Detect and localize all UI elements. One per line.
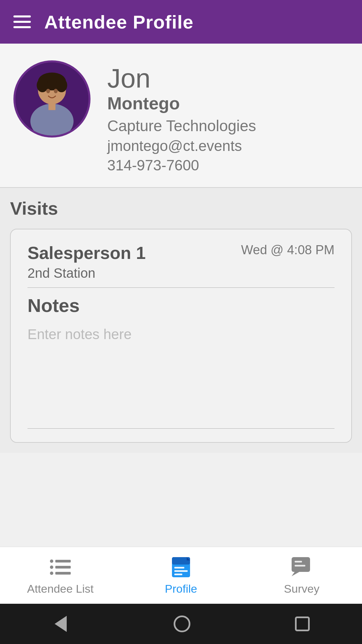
visits-section: Visits Salesperson 1 Wed @ 4:08 PM 2nd S…	[0, 188, 362, 453]
attendee-list-icon	[49, 555, 72, 579]
svg-point-6	[54, 89, 58, 93]
visit-card: Salesperson 1 Wed @ 4:08 PM 2nd Station …	[10, 229, 352, 443]
visit-divider	[27, 287, 335, 288]
visit-station: 2nd Station	[27, 266, 335, 281]
nav-item-profile[interactable]: Profile	[121, 555, 241, 595]
notes-input[interactable]	[27, 326, 335, 420]
avatar	[13, 60, 90, 138]
android-nav-bar	[0, 604, 362, 644]
profile-first-name: Jon	[107, 64, 349, 93]
svg-rect-13	[174, 574, 182, 575]
notes-title: Notes	[27, 294, 335, 316]
android-back-button[interactable]	[52, 615, 69, 632]
svg-rect-18	[295, 565, 305, 567]
bottom-navigation: Attendee List Profile	[0, 547, 362, 604]
profile-nav-icon	[169, 555, 193, 579]
svg-rect-15	[292, 557, 310, 572]
app-header: Attendee Profile	[0, 0, 362, 44]
nav-label-attendee-list: Attendee List	[27, 582, 94, 595]
profile-last-name: Montego	[107, 93, 349, 113]
menu-button[interactable]	[13, 15, 31, 28]
profile-company: Capture Technologies	[107, 117, 349, 135]
profile-email: jmontego@ct.events	[107, 138, 349, 154]
svg-rect-11	[174, 567, 184, 569]
salesperson-name: Salesperson 1	[27, 243, 146, 263]
svg-rect-12	[174, 570, 188, 572]
svg-point-5	[46, 89, 50, 93]
nav-label-profile: Profile	[165, 582, 197, 595]
svg-rect-17	[295, 561, 302, 562]
profile-section: Jon Montego Capture Technologies jmonteg…	[0, 44, 362, 188]
survey-icon	[290, 555, 313, 579]
android-recent-button[interactable]	[295, 616, 310, 631]
profile-phone: 314-973-7600	[107, 157, 349, 174]
page-title: Attendee Profile	[44, 11, 193, 33]
svg-rect-8	[49, 102, 56, 110]
visits-section-title: Visits	[10, 198, 352, 219]
android-home-button[interactable]	[174, 615, 190, 632]
nav-label-survey: Survey	[284, 582, 319, 595]
visit-datetime: Wed @ 4:08 PM	[241, 243, 335, 257]
visit-card-header: Salesperson 1 Wed @ 4:08 PM	[27, 243, 335, 263]
profile-info: Jon Montego Capture Technologies jmonteg…	[107, 60, 349, 174]
nav-item-survey[interactable]: Survey	[242, 555, 361, 595]
notes-bottom-line	[27, 428, 335, 429]
svg-marker-16	[292, 572, 299, 576]
nav-item-attendee-list[interactable]: Attendee List	[1, 555, 120, 595]
